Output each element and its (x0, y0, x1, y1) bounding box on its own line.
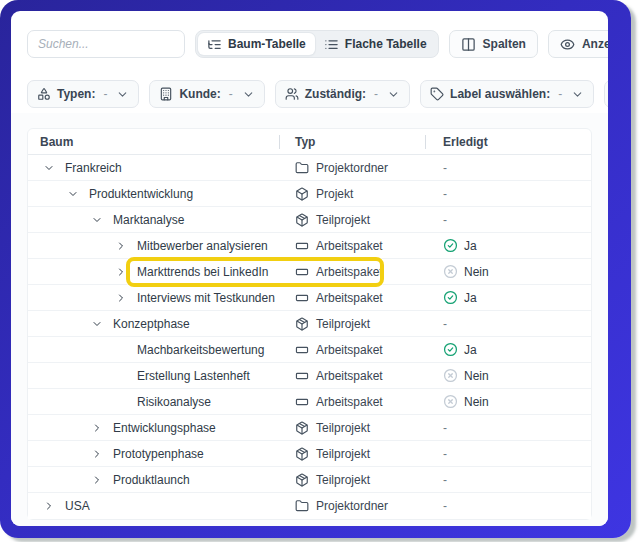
search-input[interactable] (27, 30, 185, 58)
filter-types[interactable]: Typen: - (27, 80, 139, 108)
screenshot-stage: Baum-Tabelle Flache Tabelle Spalten Anze… (0, 0, 640, 542)
rect-icon (295, 369, 309, 383)
chevron-down-icon (571, 88, 584, 101)
table-row[interactable]: Markttrends bei LinkedIn Arbeitspaket Ne… (28, 259, 591, 285)
column-header-typ[interactable]: Typ (279, 135, 425, 149)
row-title: Frankreich (65, 161, 122, 175)
filter-customer-value: - (229, 87, 233, 101)
filter-assignee[interactable]: Zuständig: - (275, 80, 410, 108)
row-expand-chevron-icon[interactable] (66, 188, 80, 200)
row-expand-chevron-icon[interactable] (90, 448, 104, 460)
column-divider (425, 135, 426, 149)
typ-cell: Teilprojekt (279, 467, 425, 492)
row-expand-chevron-icon[interactable] (90, 422, 104, 434)
rect-icon (295, 265, 309, 279)
table-row[interactable]: Frankreich Projektordner - (28, 155, 591, 181)
box-icon (295, 187, 309, 201)
done-label: Ja (464, 239, 477, 253)
filter-types-value: - (103, 87, 107, 101)
x-circle-icon (443, 368, 458, 383)
filter-label-value: - (558, 87, 562, 101)
table-row[interactable]: Produktlaunch Teilprojekt - (28, 467, 591, 493)
table-row[interactable]: Machbarkeitsbewertung Arbeitspaket Ja (28, 337, 591, 363)
folder-icon (295, 499, 309, 513)
package-icon (295, 421, 309, 435)
filter-label-label: Label auswählen: (450, 87, 550, 101)
check-circle-icon (443, 238, 458, 253)
type-label: Projekt (316, 187, 353, 201)
type-label: Arbeitspaket (316, 343, 383, 357)
erledigt-cell: Ja (425, 337, 591, 362)
chevron-down-icon (387, 88, 400, 101)
table-row[interactable]: USA Projektordner - (28, 493, 591, 519)
type-label: Arbeitspaket (316, 239, 383, 253)
typ-cell: Arbeitspaket (279, 337, 425, 362)
tree-table: Baum Typ Erledigt Frankreich Projektordn… (27, 128, 592, 520)
row-title: Risikoanalyse (137, 395, 211, 409)
type-label: Arbeitspaket (316, 291, 383, 305)
typ-cell: Teilprojekt (279, 207, 425, 232)
erledigt-cell: - (425, 155, 591, 180)
erledigt-cell: - (425, 181, 591, 206)
row-expand-chevron-icon[interactable] (42, 162, 56, 174)
type-label: Teilprojekt (316, 421, 370, 435)
filter-status[interactable]: Status: - (604, 80, 608, 108)
typ-cell: Arbeitspaket (279, 389, 425, 414)
chevron-down-icon (116, 88, 129, 101)
erledigt-cell: - (425, 311, 591, 336)
baum-cell: Produktlaunch (28, 467, 279, 492)
table-row[interactable]: Produktentwicklung Projekt - (28, 181, 591, 207)
row-title: Prototypenphase (113, 447, 204, 461)
type-label: Arbeitspaket (316, 395, 383, 409)
table-row[interactable]: Mitbewerber analysieren Arbeitspaket Ja (28, 233, 591, 259)
table-row[interactable]: Risikoanalyse Arbeitspaket Nein (28, 389, 591, 415)
typ-cell: Arbeitspaket (279, 363, 425, 388)
baum-cell: Mitbewerber analysieren (28, 233, 279, 258)
tab-flat-table[interactable]: Flache Tabelle (315, 33, 436, 55)
table-header: Baum Typ Erledigt (28, 129, 591, 155)
filter-assignee-value: - (374, 87, 378, 101)
tag-icon (430, 87, 444, 101)
column-header-erledigt[interactable]: Erledigt (425, 135, 591, 149)
table-row[interactable]: Interviews mit Testkunden Arbeitspaket J… (28, 285, 591, 311)
row-title: Produktentwicklung (89, 187, 193, 201)
row-expand-chevron-icon[interactable] (114, 240, 128, 252)
table-row[interactable]: Konzeptphase Teilprojekt - (28, 311, 591, 337)
tab-tree-table[interactable]: Baum-Tabelle (198, 33, 315, 55)
check-circle-icon (443, 290, 458, 305)
row-expand-chevron-icon[interactable] (90, 474, 104, 486)
filter-customer[interactable]: Kunde: - (149, 80, 264, 108)
table-row[interactable]: Marktanalyse Teilprojekt - (28, 207, 591, 233)
erledigt-cell: - (425, 207, 591, 232)
table-row[interactable]: Erstellung Lastenheft Arbeitspaket Nein (28, 363, 591, 389)
type-label: Teilprojekt (316, 473, 370, 487)
rect-icon (295, 291, 309, 305)
row-expand-chevron-icon[interactable] (90, 214, 104, 226)
columns-button[interactable]: Spalten (449, 30, 538, 58)
column-header-baum[interactable]: Baum (28, 135, 279, 149)
done-label: - (443, 317, 447, 331)
filter-label[interactable]: Label auswählen: - (420, 80, 594, 108)
baum-cell: Entwicklungsphase (28, 415, 279, 440)
typ-cell: Projekt (279, 181, 425, 206)
rect-icon (295, 343, 309, 357)
row-title: Mitbewerber analysieren (137, 239, 268, 253)
erledigt-cell: - (425, 493, 591, 519)
table-row[interactable]: Entwicklungsphase Teilprojekt - (28, 415, 591, 441)
typ-cell: Projektordner (279, 155, 425, 180)
row-expand-chevron-icon[interactable] (114, 292, 128, 304)
row-expand-chevron-icon[interactable] (114, 266, 128, 278)
type-label: Teilprojekt (316, 447, 370, 461)
table-row[interactable]: Prototypenphase Teilprojekt - (28, 441, 591, 467)
rect-icon (295, 239, 309, 253)
row-expand-chevron-icon[interactable] (42, 500, 56, 512)
type-label: Teilprojekt (316, 213, 370, 227)
baum-cell: Konzeptphase (28, 311, 279, 336)
eye-icon (560, 37, 575, 52)
rect-icon (295, 395, 309, 409)
columns-icon (461, 37, 476, 52)
display-options-button[interactable]: Anzeigeoptionen (548, 30, 608, 58)
row-title: Markttrends bei LinkedIn (137, 265, 268, 279)
row-expand-chevron-icon[interactable] (90, 318, 104, 330)
erledigt-cell: Nein (425, 259, 591, 284)
